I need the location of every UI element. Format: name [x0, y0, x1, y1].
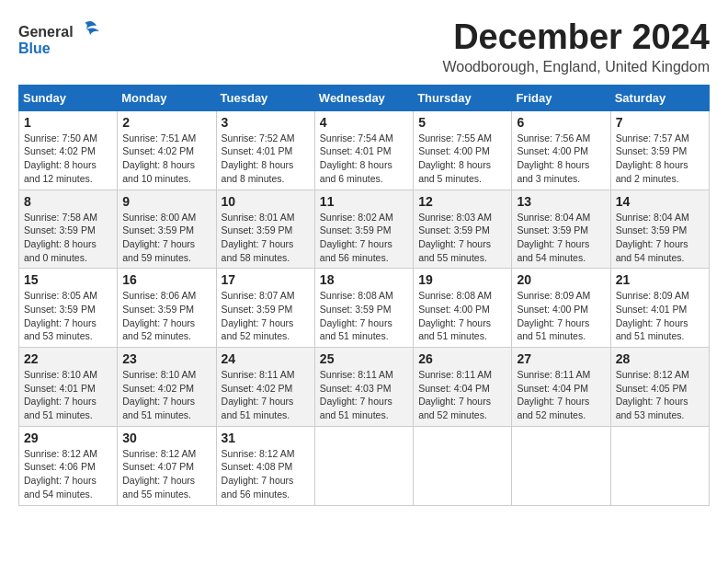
day-info: Sunrise: 8:01 AMSunset: 3:59 PMDaylight:… — [222, 211, 310, 265]
day-cell: 4Sunrise: 7:54 AMSunset: 4:01 PMDaylight… — [314, 110, 413, 190]
day-info: Sunrise: 8:04 AMSunset: 3:59 PMDaylight:… — [517, 211, 605, 265]
day-cell: 24Sunrise: 8:11 AMSunset: 4:02 PMDayligh… — [216, 348, 314, 427]
day-number: 18 — [320, 272, 408, 287]
day-info: Sunrise: 8:12 AMSunset: 4:06 PMDaylight:… — [24, 447, 112, 501]
day-cell: 7Sunrise: 7:57 AMSunset: 3:59 PMDaylight… — [610, 110, 709, 190]
day-cell: 5Sunrise: 7:55 AMSunset: 4:00 PMDaylight… — [414, 110, 512, 190]
day-info: Sunrise: 8:09 AMSunset: 4:00 PMDaylight:… — [517, 289, 605, 343]
day-number: 21 — [616, 272, 704, 287]
logo: General Blue — [18, 18, 101, 60]
header-wednesday: Wednesday — [314, 85, 413, 110]
day-number: 29 — [24, 431, 112, 445]
day-number: 26 — [418, 351, 506, 366]
day-info: Sunrise: 8:08 AMSunset: 3:59 PMDaylight:… — [320, 289, 408, 343]
day-number: 16 — [122, 272, 210, 287]
week-row-3: 15Sunrise: 8:05 AMSunset: 3:59 PMDayligh… — [19, 269, 710, 348]
svg-text:Blue: Blue — [18, 40, 51, 56]
day-cell: 19Sunrise: 8:08 AMSunset: 4:00 PMDayligh… — [414, 269, 512, 348]
day-info: Sunrise: 7:51 AMSunset: 4:02 PMDaylight:… — [122, 132, 210, 186]
day-number: 7 — [616, 115, 704, 130]
day-cell — [610, 426, 709, 505]
day-number: 15 — [24, 272, 112, 287]
day-info: Sunrise: 8:12 AMSunset: 4:07 PMDaylight:… — [122, 447, 210, 501]
day-info: Sunrise: 8:11 AMSunset: 4:04 PMDaylight:… — [517, 368, 605, 422]
header-tuesday: Tuesday — [216, 85, 314, 110]
day-number: 3 — [222, 115, 310, 130]
day-number: 23 — [122, 351, 210, 366]
day-info: Sunrise: 8:02 AMSunset: 3:59 PMDaylight:… — [320, 211, 408, 265]
day-number: 13 — [517, 194, 605, 209]
day-info: Sunrise: 7:55 AMSunset: 4:00 PMDaylight:… — [418, 132, 506, 186]
day-number: 14 — [616, 194, 704, 209]
day-info: Sunrise: 8:07 AMSunset: 3:59 PMDaylight:… — [222, 289, 310, 343]
day-info: Sunrise: 8:04 AMSunset: 3:59 PMDaylight:… — [616, 211, 704, 265]
day-cell: 30Sunrise: 8:12 AMSunset: 4:07 PMDayligh… — [118, 426, 216, 505]
svg-text:General: General — [18, 24, 74, 40]
day-number: 10 — [222, 194, 310, 209]
month-title: December 2024 — [442, 18, 710, 57]
day-info: Sunrise: 7:54 AMSunset: 4:01 PMDaylight:… — [320, 132, 408, 186]
header-thursday: Thursday — [414, 85, 512, 110]
day-number: 25 — [320, 351, 408, 366]
day-info: Sunrise: 8:09 AMSunset: 4:01 PMDaylight:… — [616, 289, 704, 343]
day-cell: 14Sunrise: 8:04 AMSunset: 3:59 PMDayligh… — [610, 190, 709, 269]
day-number: 30 — [122, 431, 210, 445]
day-info: Sunrise: 8:05 AMSunset: 3:59 PMDaylight:… — [24, 289, 112, 343]
day-cell: 17Sunrise: 8:07 AMSunset: 3:59 PMDayligh… — [216, 269, 314, 348]
page-header: General Blue December 2024 Woodborough, … — [18, 18, 710, 75]
day-info: Sunrise: 8:11 AMSunset: 4:02 PMDaylight:… — [222, 368, 310, 422]
day-number: 20 — [517, 272, 605, 287]
day-cell: 21Sunrise: 8:09 AMSunset: 4:01 PMDayligh… — [610, 269, 709, 348]
week-row-1: 1Sunrise: 7:50 AMSunset: 4:02 PMDaylight… — [19, 110, 710, 190]
day-cell — [314, 426, 413, 505]
day-info: Sunrise: 8:03 AMSunset: 3:59 PMDaylight:… — [418, 211, 506, 265]
day-cell: 27Sunrise: 8:11 AMSunset: 4:04 PMDayligh… — [512, 348, 610, 427]
day-number: 24 — [222, 351, 310, 366]
day-number: 28 — [616, 351, 704, 366]
day-info: Sunrise: 8:10 AMSunset: 4:02 PMDaylight:… — [122, 368, 210, 422]
day-cell: 20Sunrise: 8:09 AMSunset: 4:00 PMDayligh… — [512, 269, 610, 348]
day-info: Sunrise: 8:06 AMSunset: 3:59 PMDaylight:… — [122, 289, 210, 343]
header-sunday: Sunday — [19, 85, 118, 110]
week-row-2: 8Sunrise: 7:58 AMSunset: 3:59 PMDaylight… — [19, 190, 710, 269]
day-number: 2 — [122, 115, 210, 130]
day-cell: 22Sunrise: 8:10 AMSunset: 4:01 PMDayligh… — [19, 348, 118, 427]
day-cell: 8Sunrise: 7:58 AMSunset: 3:59 PMDaylight… — [19, 190, 118, 269]
header-row: SundayMondayTuesdayWednesdayThursdayFrid… — [19, 85, 710, 110]
day-cell: 26Sunrise: 8:11 AMSunset: 4:04 PMDayligh… — [414, 348, 512, 427]
day-cell: 28Sunrise: 8:12 AMSunset: 4:05 PMDayligh… — [610, 348, 709, 427]
day-cell — [414, 426, 512, 505]
day-cell: 16Sunrise: 8:06 AMSunset: 3:59 PMDayligh… — [118, 269, 216, 348]
day-number: 11 — [320, 194, 408, 209]
day-number: 1 — [24, 115, 112, 130]
day-cell: 6Sunrise: 7:56 AMSunset: 4:00 PMDaylight… — [512, 110, 610, 190]
day-cell: 10Sunrise: 8:01 AMSunset: 3:59 PMDayligh… — [216, 190, 314, 269]
day-cell: 15Sunrise: 8:05 AMSunset: 3:59 PMDayligh… — [19, 269, 118, 348]
header-friday: Friday — [512, 85, 610, 110]
day-number: 17 — [222, 272, 310, 287]
location: Woodborough, England, United Kingdom — [442, 59, 710, 75]
day-info: Sunrise: 8:08 AMSunset: 4:00 PMDaylight:… — [418, 289, 506, 343]
header-monday: Monday — [118, 85, 216, 110]
calendar-table: SundayMondayTuesdayWednesdayThursdayFrid… — [18, 85, 710, 506]
day-cell: 31Sunrise: 8:12 AMSunset: 4:08 PMDayligh… — [216, 426, 314, 505]
day-info: Sunrise: 8:12 AMSunset: 4:08 PMDaylight:… — [222, 447, 310, 501]
day-number: 8 — [24, 194, 112, 209]
day-number: 9 — [122, 194, 210, 209]
day-info: Sunrise: 7:57 AMSunset: 3:59 PMDaylight:… — [616, 132, 704, 186]
day-info: Sunrise: 7:50 AMSunset: 4:02 PMDaylight:… — [24, 132, 112, 186]
day-info: Sunrise: 8:11 AMSunset: 4:03 PMDaylight:… — [320, 368, 408, 422]
logo-svg: General Blue — [18, 18, 101, 60]
day-cell: 9Sunrise: 8:00 AMSunset: 3:59 PMDaylight… — [118, 190, 216, 269]
day-cell: 3Sunrise: 7:52 AMSunset: 4:01 PMDaylight… — [216, 110, 314, 190]
day-info: Sunrise: 8:12 AMSunset: 4:05 PMDaylight:… — [616, 368, 704, 422]
day-info: Sunrise: 8:10 AMSunset: 4:01 PMDaylight:… — [24, 368, 112, 422]
week-row-4: 22Sunrise: 8:10 AMSunset: 4:01 PMDayligh… — [19, 348, 710, 427]
header-saturday: Saturday — [610, 85, 709, 110]
day-cell: 23Sunrise: 8:10 AMSunset: 4:02 PMDayligh… — [118, 348, 216, 427]
day-number: 22 — [24, 351, 112, 366]
day-cell: 11Sunrise: 8:02 AMSunset: 3:59 PMDayligh… — [314, 190, 413, 269]
day-info: Sunrise: 8:11 AMSunset: 4:04 PMDaylight:… — [418, 368, 506, 422]
day-number: 5 — [418, 115, 506, 130]
day-cell: 1Sunrise: 7:50 AMSunset: 4:02 PMDaylight… — [19, 110, 118, 190]
